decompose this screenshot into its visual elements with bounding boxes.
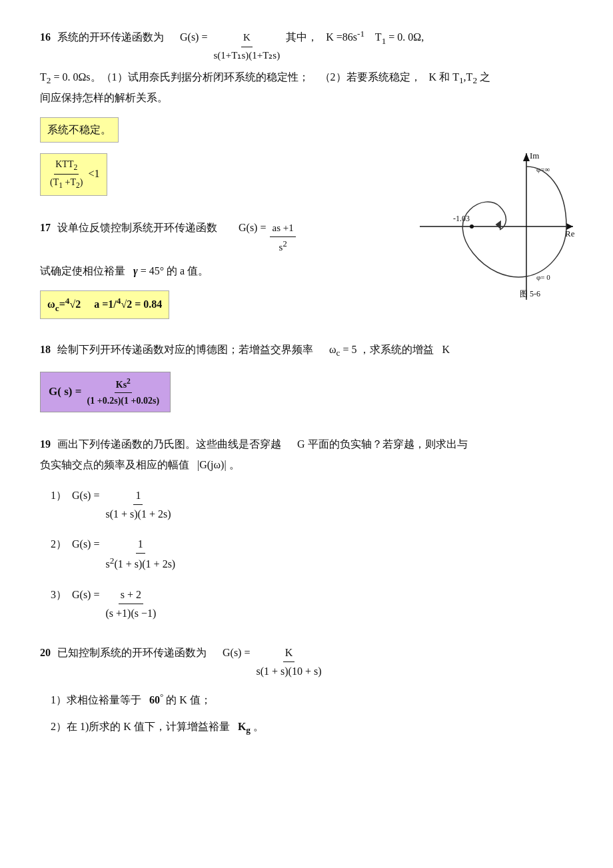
svg-text:图 5-6: 图 5-6 <box>520 289 540 298</box>
prob-16-answer1: 系统不稳定。 <box>40 117 119 142</box>
prob-16-a2-frac: KTT2 (T1 +T2) <box>49 157 85 193</box>
prob-18-num: 18 <box>40 340 51 358</box>
prob-17-text1: 设单位反馈控制系统开环传递函数 <box>57 218 217 236</box>
prob-20-frac: K s(1 + s)(10 + s) <box>254 644 323 680</box>
prob-18-text1: 绘制下列开环传递函数对应的博德图；若增益交界频率 <box>57 340 313 358</box>
prob-19-2: 2） G(s) = 1 s2(1 + s)(1 + 2s) <box>51 535 573 574</box>
problem-18: 18 绘制下列开环传递函数对应的博德图；若增益交界频率 ωc = 5 ，求系统的… <box>40 340 573 416</box>
prob-19-3-idx: 3） G(s) = <box>51 586 99 604</box>
prob-17-answer: ωc=4√2 a =1/4√2 = 0.84 <box>40 290 169 319</box>
nyquist-diagram: Re Im φ=∞ φ= 0 -1.03 图 5-6 <box>393 147 580 306</box>
prob-17-num-val: as +1 <box>270 220 295 238</box>
svg-marker-3 <box>523 153 530 161</box>
problem-19: 19 画出下列传递函数的乃氏图。这些曲线是否穿越 G 平面的负实轴？若穿越，则求… <box>40 435 573 622</box>
svg-point-10 <box>470 224 474 228</box>
prob-19-2-frac: 1 s2(1 + s)(1 + 2s) <box>103 535 177 574</box>
prob-20-sub1: 1）求相位裕量等于 60° 的 K 值； <box>51 689 573 709</box>
prob-16-frac: K s(1+T₁s)(1+T₂s) <box>211 29 282 64</box>
prob-18-frac: Ks2 (1 +0.2s)(1 +0.02s) <box>86 375 161 409</box>
prob-18-wc: ωc = 5 <box>329 340 356 361</box>
prob-19-1-idx: 1） G(s) = <box>51 486 99 504</box>
prob-17-num: 17 <box>40 218 51 236</box>
problem-20: 20 已知控制系统的开环传递函数为 G(s) = K s(1 + s)(10 +… <box>40 644 573 738</box>
prob-16-a2-num: KTT2 <box>54 157 79 175</box>
prob-17-gs-label: G(s) = <box>239 218 266 236</box>
prob-19-line2: 负实轴交点的频率及相应的幅值 |G(jω)| 。 <box>40 456 573 474</box>
prob-16-frac-den: s(1+T₁s)(1+T₂s) <box>211 47 282 65</box>
prob-19-2-idx: 2） G(s) = <box>51 535 99 553</box>
prob-16-a2-den: (T1 +T2) <box>49 175 85 193</box>
prob-20-gs-label: G(s) = <box>223 644 250 661</box>
prob-19-1-num: 1 <box>133 486 143 505</box>
prob-20-num: 20 <box>40 644 51 661</box>
prob-19-3-frac: s + 2 (s +1)(s −1) <box>103 586 158 622</box>
prob-16-answer2: KTT2 (T1 +T2) <1 <box>40 153 107 196</box>
svg-text:Im: Im <box>530 151 539 161</box>
svg-text:-1.03: -1.03 <box>453 214 470 223</box>
prob-20-frac-den: s(1 + s)(10 + s) <box>254 662 323 680</box>
prob-19-3-den: (s +1)(s −1) <box>103 604 158 622</box>
prob-18-frac-num: Ks2 <box>115 375 132 393</box>
prob-19-1-den: s(1 + s)(1 + 2s) <box>103 505 173 523</box>
prob-16-frac-num: K <box>241 29 253 47</box>
svg-text:φ= 0: φ= 0 <box>536 273 550 281</box>
prob-17-den-val: s2 <box>277 237 289 256</box>
prob-17-frac: as +1 s2 <box>270 220 295 256</box>
prob-16-gs-label: G(s) = <box>180 28 207 46</box>
prob-16-line3: 间应保持怎样的解析关系。 <box>40 89 573 107</box>
prob-20-text1: 已知控制系统的开环传递函数为 <box>57 644 207 661</box>
svg-marker-9 <box>495 220 504 231</box>
prob-16-line2: T2 = 0. 0Ωs。（1）试用奈氏判据分析闭环系统的稳定性； （2）若要系统… <box>40 68 573 89</box>
prob-19-1-frac: 1 s(1 + s)(1 + 2s) <box>103 486 173 523</box>
prob-19-2-num: 1 <box>136 535 145 554</box>
prob-19-3: 3） G(s) = s + 2 (s +1)(s −1) <box>51 586 573 622</box>
prob-18-formula: G( s) = Ks2 (1 +0.2s)(1 +0.02s) <box>40 372 171 412</box>
prob-18-frac-den: (1 +0.2s)(1 +0.02s) <box>86 393 161 409</box>
prob-19-1: 1） G(s) = 1 s(1 + s)(1 + 2s) <box>51 486 573 523</box>
prob-19-text1: 画出下列传递函数的乃氏图。这些曲线是否穿越 G 平面的负实轴？若穿越，则求出与 <box>57 435 468 453</box>
prob-20-sub2: 2）在 1)所求的 K 值下，计算增益裕量 Kg 。 <box>51 717 573 738</box>
prob-19-3-num: s + 2 <box>119 586 143 604</box>
prob-16-text1: 系统的开环传递函数为 <box>57 28 164 46</box>
prob-16-text2: 其中， K =86s-1 T1 = 0. 0Ω, <box>286 27 424 49</box>
prob-18-text2: ，求系统的增益 K <box>359 340 450 358</box>
prob-20-frac-num: K <box>283 644 295 662</box>
prob-19-num: 19 <box>40 435 51 453</box>
prob-19-2-den: s2(1 + s)(1 + 2s) <box>103 554 177 574</box>
prob-16-num: 16 <box>40 28 51 46</box>
